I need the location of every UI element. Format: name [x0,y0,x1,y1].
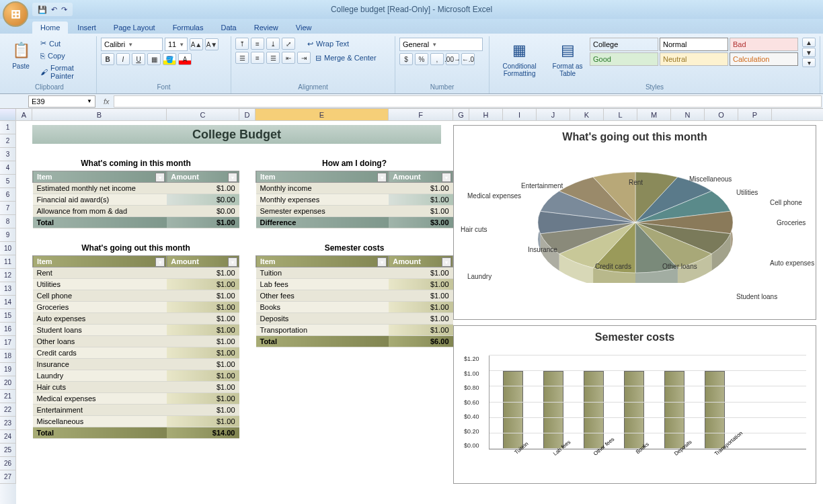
row-header-10[interactable]: 10 [0,242,16,255]
table-row[interactable]: Utilities$1.00 [33,279,239,290]
row-header-5[interactable]: 5 [0,175,16,188]
row-header-16[interactable]: 16 [0,323,16,336]
col-header-D[interactable]: D [239,109,256,120]
table-row[interactable]: Monthly income$1.00 [256,183,453,194]
col-header-P[interactable]: P [738,109,772,120]
filter-icon[interactable]: ▼ [155,173,165,182]
table-row[interactable]: Entertainment$1.00 [33,405,239,416]
table-row[interactable]: Other loans$1.00 [33,336,239,347]
table-row[interactable]: Groceries$1.00 [33,302,239,313]
tab-data[interactable]: Data [212,22,244,34]
row-header-20[interactable]: 20 [0,376,16,390]
style-calculation[interactable]: Calculation [730,52,798,66]
underline-button[interactable]: U [132,53,145,65]
table-row[interactable]: Tuition$1.00 [256,267,453,279]
decrease-font-button[interactable]: A▼ [205,38,219,50]
paste-button[interactable]: 📋Paste [7,38,35,72]
table-row[interactable]: Deposits$1.00 [256,313,453,325]
sheet[interactable]: 1234567891011121314151617181920212223242… [0,121,823,504]
row-header-24[interactable]: 24 [0,430,16,444]
align-left-button[interactable]: ☰ [235,52,249,64]
col-header-G[interactable]: G [453,109,469,120]
fx-icon[interactable]: fx [104,97,110,106]
table-row[interactable]: Auto expenses$1.00 [33,313,239,325]
style-normal[interactable]: Normal [660,38,728,51]
table-row[interactable]: Monthly expenses$1.00 [256,194,453,206]
style-bad[interactable]: Bad [730,38,798,51]
table-total-row[interactable]: Total$1.00 [33,217,239,228]
increase-font-button[interactable]: A▲ [190,38,203,50]
filter-icon[interactable]: ▼ [377,257,387,267]
styles-scroll-down[interactable]: ▼ [802,48,816,57]
styles-more[interactable]: ▾ [802,58,816,67]
table-row[interactable]: Other fees$1.00 [256,290,453,302]
bar-chart[interactable]: Semester costs $1.20$1.00$0.80$0.60$0.40… [453,325,816,484]
grid[interactable]: College Budget What's coming in this mon… [16,121,823,504]
row-header-4[interactable]: 4 [0,161,16,175]
col-header-N[interactable]: N [671,109,705,120]
table-total-row[interactable]: Total$14.00 [33,427,239,439]
table-semester[interactable]: Item▼Amount▼Tuition$1.00Lab fees$1.00Oth… [256,255,453,347]
tab-insert[interactable]: Insert [69,22,104,34]
filter-icon[interactable]: ▼ [228,173,237,182]
col-header-I[interactable]: I [503,109,537,120]
table-row[interactable]: Semester expenses$1.00 [256,206,453,217]
row-header-7[interactable]: 7 [0,202,16,215]
row-header-18[interactable]: 18 [0,349,16,363]
tab-formulas[interactable]: Formulas [165,22,212,34]
row-header-17[interactable]: 17 [0,336,16,349]
number-format-combo[interactable]: General▼ [399,38,483,51]
office-button[interactable]: ⊞ [3,1,28,27]
cell-styles-gallery[interactable]: College Normal Bad Good Neutral Calculat… [590,38,798,66]
row-header-23[interactable]: 23 [0,417,16,430]
currency-button[interactable]: $ [399,53,413,65]
col-header-C[interactable]: C [167,109,239,120]
col-header-O[interactable]: O [705,109,738,120]
style-college[interactable]: College [590,38,658,51]
decrease-decimal-button[interactable]: ←.0 [461,53,475,65]
align-bottom-button[interactable]: ⤓ [266,38,280,50]
row-header-1[interactable]: 1 [0,121,16,134]
table-row[interactable]: Credit cards$1.00 [33,347,239,359]
table-row[interactable]: Lab fees$1.00 [256,279,453,290]
table-row[interactable]: Medical expenses$1.00 [33,393,239,405]
table-row[interactable]: Books$1.00 [256,302,453,313]
row-header-8[interactable]: 8 [0,215,16,228]
table-row[interactable]: Laundry$1.00 [33,370,239,382]
row-header-19[interactable]: 19 [0,363,16,376]
row-header-14[interactable]: 14 [0,296,16,309]
table-incoming[interactable]: Item▼Amount▼Estimated monthly net income… [32,171,239,228]
row-header-22[interactable]: 22 [0,403,16,417]
filter-icon[interactable]: ▼ [155,257,165,267]
table-row[interactable]: Estimated monthly net income$1.00 [33,183,239,194]
row-header-6[interactable]: 6 [0,188,16,202]
row-header-27[interactable]: 27 [0,470,16,484]
wrap-text-button[interactable]: ↩Wrap Text [305,38,352,50]
table-row[interactable]: Allowance from mom & dad$0.00 [33,206,239,217]
table-row[interactable]: Student loans$1.00 [33,325,239,336]
table-row[interactable]: Financial aid award(s)$0.00 [33,194,239,206]
row-header-9[interactable]: 9 [0,228,16,242]
formula-input[interactable] [114,95,822,108]
copy-button[interactable]: ⎘Copy [38,50,92,61]
align-top-button[interactable]: ⤒ [235,38,249,50]
row-header-21[interactable]: 21 [0,390,16,403]
select-all-corner[interactable] [0,109,16,120]
font-color-button[interactable]: A [178,53,192,65]
fill-color-button[interactable]: 🪣 [163,53,176,65]
save-icon[interactable]: 💾 [38,5,47,14]
align-middle-button[interactable]: ≡ [251,38,264,50]
tab-home[interactable]: Home [32,22,68,34]
tab-view[interactable]: View [288,22,320,34]
styles-scroll-up[interactable]: ▲ [802,38,816,47]
table-row[interactable]: Insurance$1.00 [33,359,239,370]
filter-icon[interactable]: ▼ [228,257,237,267]
tab-page-layout[interactable]: Page Layout [106,22,163,34]
row-header-26[interactable]: 26 [0,457,16,470]
bold-button[interactable]: B [101,53,114,65]
table-row[interactable]: Transportation$1.00 [256,325,453,336]
row-header-15[interactable]: 15 [0,309,16,323]
name-box[interactable]: E39▼ [28,95,95,108]
row-header-25[interactable]: 25 [0,444,16,457]
decrease-indent-button[interactable]: ⇤ [282,52,295,64]
